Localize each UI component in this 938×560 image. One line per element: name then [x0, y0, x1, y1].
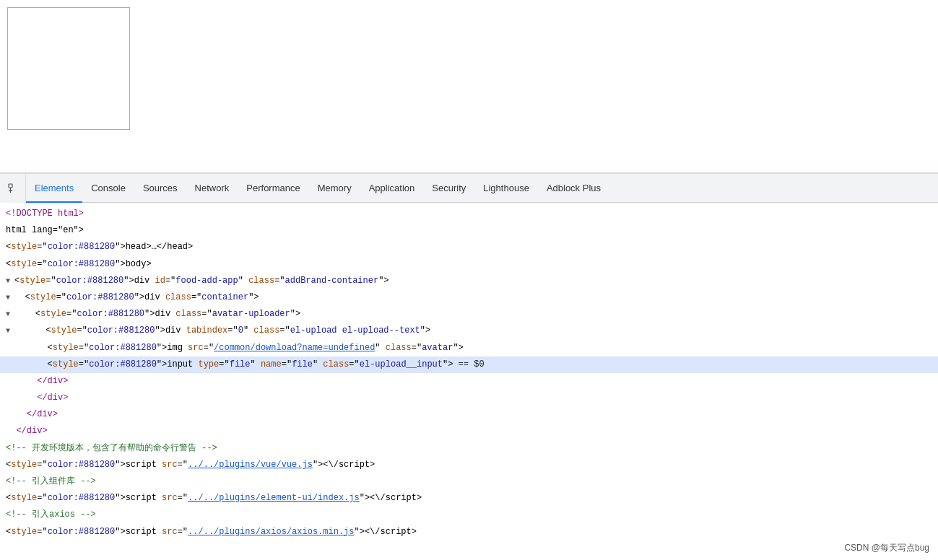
tab-performance[interactable]: Performance: [238, 174, 308, 203]
html-line-1[interactable]: <!DOCTYPE html>: [0, 206, 938, 222]
html-line-7[interactable]: ▼ <style="color:#881280">div class="avat…: [0, 306, 938, 323]
html-line-5[interactable]: ▼ <style="color:#881280">div id="food-ad…: [0, 273, 938, 289]
devtools-tabs-bar: ElementsConsoleSourcesNetworkPerformance…: [0, 174, 938, 203]
tab-elements[interactable]: Elements: [26, 174, 82, 203]
html-line-15[interactable]: <!-- 开发环境版本，包含了有帮助的命令行警告 -->: [0, 440, 938, 457]
html-line-2[interactable]: html lang="en">: [0, 222, 938, 239]
html-line-20[interactable]: <style="color:#881280">script src="../..…: [0, 524, 938, 541]
inspect-icon-button[interactable]: [0, 174, 26, 203]
tab-lighthouse[interactable]: Lighthouse: [474, 174, 538, 203]
html-line-19[interactable]: <!-- 引入axios -->: [0, 507, 938, 523]
html-line-17[interactable]: <!-- 引入组件库 -->: [0, 473, 938, 490]
tab-sources[interactable]: Sources: [134, 174, 186, 203]
watermark: CSDN @每天写点bug: [844, 542, 929, 554]
elements-panel-content: <!DOCTYPE html>html lang="en"><style="co…: [0, 203, 938, 560]
tab-security[interactable]: Security: [423, 174, 474, 203]
html-line-4[interactable]: <style="color:#881280">body>: [0, 256, 938, 273]
html-line-14[interactable]: </div>: [0, 423, 938, 439]
tab-memory[interactable]: Memory: [309, 174, 360, 203]
html-line-3[interactable]: <style="color:#881280">head>…</head>: [0, 239, 938, 255]
tab-adblock[interactable]: Adblock Plus: [538, 174, 609, 203]
tabs-container: ElementsConsoleSourcesNetworkPerformance…: [26, 174, 609, 202]
html-line-8[interactable]: ▼ <style="color:#881280">div tabindex="0…: [0, 323, 938, 339]
html-line-11[interactable]: </div>: [0, 373, 938, 390]
html-line-6[interactable]: ▼ <style="color:#881280">div class="cont…: [0, 289, 938, 306]
tab-console[interactable]: Console: [82, 174, 134, 203]
html-line-18[interactable]: <style="color:#881280">script src="../..…: [0, 490, 938, 507]
html-line-16[interactable]: <style="color:#881280">script src="../..…: [0, 457, 938, 473]
devtools-panel: ElementsConsoleSourcesNetworkPerformance…: [0, 173, 938, 560]
svg-rect-0: [9, 184, 12, 188]
html-line-10[interactable]: <style="color:#881280">input type="file"…: [0, 356, 938, 373]
tab-network[interactable]: Network: [186, 174, 238, 203]
html-line-12[interactable]: </div>: [0, 390, 938, 406]
preview-image: [7, 7, 130, 130]
html-line-13[interactable]: </div>: [0, 406, 938, 423]
inspect-icon: [7, 183, 19, 194]
webpage-preview: [0, 0, 938, 173]
tab-application[interactable]: Application: [360, 174, 424, 203]
html-line-9[interactable]: <style="color:#881280">img src="/common/…: [0, 340, 938, 356]
